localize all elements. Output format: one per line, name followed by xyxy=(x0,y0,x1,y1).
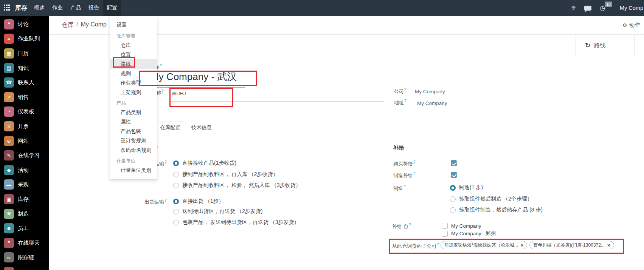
actions-button[interactable]: ⚙ 动作 xyxy=(622,22,644,29)
warehouse-name-input[interactable]: My Company - 武汉 xyxy=(151,70,237,83)
sidebar-item-invoicing[interactable]: $ 开票 xyxy=(0,119,49,134)
checkbox-icon xyxy=(442,223,448,229)
radio-icon xyxy=(173,172,179,177)
short-name-input[interactable]: WUHJ xyxy=(172,91,186,96)
subsidiaries-tags[interactable]: 前进麦味烘焙*海峡姐妹茶（哈乐城... × 百年川椒（光谷店)(门店-13003… xyxy=(441,241,614,249)
sidebar-item-dashboards[interactable]: ◔ 仪表板 xyxy=(0,105,49,119)
resupply-from-option-2[interactable]: My Company - 郑州 xyxy=(442,230,496,238)
topbar-menu-configuration[interactable]: 配置 xyxy=(103,0,121,16)
menu-section-warehouse-management: 仓库管理 xyxy=(110,31,157,40)
discuss-icon: ❝ xyxy=(4,19,14,29)
radio-option-manufacture-2[interactable]: 拣取组件然后制造 （2个步骤） xyxy=(450,195,532,203)
radio-selected-icon xyxy=(173,160,179,166)
menu-item-barcode-nomenclatures[interactable]: 条码命名规则 xyxy=(110,145,157,155)
help-icon: ? xyxy=(160,63,162,68)
resupply-from-option-1[interactable]: My Company xyxy=(442,222,481,230)
menu-item-operation-types[interactable]: 作业类型 xyxy=(110,78,157,88)
tab-warehouse-configuration[interactable]: 仓库配置 xyxy=(154,122,186,133)
messages-icon[interactable] xyxy=(584,6,591,11)
sidebar-item-elearning[interactable]: ✎ 在线学习 xyxy=(0,148,49,163)
tag-remove-icon[interactable]: × xyxy=(607,242,610,248)
sidebar-item-employees[interactable]: ☻ 员工 xyxy=(0,221,49,236)
sidebar-item-knowledge[interactable]: ▤ 知识 xyxy=(0,61,49,76)
checkbox-checked-icon xyxy=(451,172,457,178)
manufacture-resupply-checkbox[interactable] xyxy=(451,171,457,179)
radio-option-manufacture-1[interactable]: 制造(1 步) xyxy=(450,184,483,191)
app-sidebar: ❝ 讨论 ≡ 作业队列 ▦ 日历 ▤ 知识 ☎ 联系人 ↗ 销售 ◔ 仪表板 $… xyxy=(0,16,49,270)
sidebar-item-contacts[interactable]: ☎ 联系人 xyxy=(0,75,49,90)
menu-item-attributes[interactable]: 属性 xyxy=(110,117,157,127)
menu-item-warehouses[interactable]: 仓库 xyxy=(110,40,157,50)
radio-option-incoming-1[interactable]: 直接接收产品(1步收货) xyxy=(173,159,236,167)
help-icon: ? xyxy=(164,160,167,164)
breadcrumb-current: My Comp xyxy=(81,21,106,29)
checkbox-checked-icon xyxy=(451,160,457,166)
topbar-menu-operations[interactable]: 作业 xyxy=(48,0,67,16)
radio-option-outgoing-1[interactable]: 直接出货 （1步） xyxy=(173,197,224,205)
tag-remove-icon[interactable]: × xyxy=(521,242,524,248)
menu-item-reordering-rules[interactable]: 重订货规则 xyxy=(110,136,157,145)
sidebar-item-link-tracker[interactable]: ∞ 跟踪链 xyxy=(0,250,49,265)
buy-resupply-checkbox[interactable] xyxy=(451,159,457,167)
menu-item-uom-categories[interactable]: 计量单位类别 xyxy=(110,165,157,175)
topbar-menu-reporting[interactable]: 报告 xyxy=(85,0,103,16)
radio-label: 包装产品， 发送到待出货区，再送货 （3步发货） xyxy=(182,219,299,226)
sidebar-item-calendar[interactable]: ▦ 日历 xyxy=(0,46,49,61)
job-queue-icon: ≡ xyxy=(4,34,14,44)
help-icon: ? xyxy=(161,89,164,93)
menu-item-rules[interactable]: 规则 xyxy=(110,69,157,78)
menu-item-routes[interactable]: 路线 xyxy=(110,59,157,69)
radio-label: 接到产品到收料区， 再入库 （2步收货） xyxy=(182,171,278,178)
sidebar-item-events[interactable]: ◆ 活动 xyxy=(0,163,49,177)
tab-technical-information[interactable]: 技术信息 xyxy=(186,122,217,133)
radio-label: 拣取组件然后制造 （2个步骤） xyxy=(459,196,532,202)
radio-option-incoming-3[interactable]: 接收产品到收料区， 检验， 然后入库 （3步收货） xyxy=(173,182,301,189)
radio-option-incoming-2[interactable]: 接到产品到收料区， 再入库 （2步收货） xyxy=(173,171,278,178)
sidebar-item-purchase[interactable]: ▬ 采购 xyxy=(0,177,49,192)
employees-icon: ☻ xyxy=(4,223,14,233)
notebook-tabs: 仓库配置 技术信息 xyxy=(154,122,217,133)
sidebar-item-website[interactable]: ⊕ 网站 xyxy=(0,134,49,148)
sidebar-item-livechat[interactable]: ❞ 在线聊天 xyxy=(0,236,49,250)
help-icon: ? xyxy=(437,242,439,247)
help-icon: ? xyxy=(404,88,407,92)
activities-button[interactable]: ◷ 10 xyxy=(600,4,605,12)
radio-option-manufacture-3[interactable]: 拣取组件制造，然后储存产品 (3 步) xyxy=(450,206,543,214)
menu-item-product-categories[interactable]: 产品类别 xyxy=(110,108,157,117)
routes-smart-button[interactable]: ↻ 路线 xyxy=(576,35,635,56)
apps-grid-icon[interactable] xyxy=(4,5,11,11)
breadcrumb: 仓库 / My Comp xyxy=(49,21,107,29)
sidebar-item-manufacturing[interactable]: ⚒ 制造 xyxy=(0,207,49,221)
knowledge-icon: ▤ xyxy=(4,63,14,73)
menu-item-settings[interactable]: 设置 xyxy=(110,20,157,30)
menu-item-locations[interactable]: 位置 xyxy=(110,50,157,59)
sidebar-item-sales[interactable]: ↗ 销售 xyxy=(0,90,49,105)
sidebar-item-partial[interactable] xyxy=(0,265,49,270)
app-name[interactable]: 库存 xyxy=(14,0,30,16)
radio-option-outgoing-2[interactable]: 送到待出货区，再送货 （2步发货) xyxy=(173,208,262,215)
topbar-menu-products[interactable]: 产品 xyxy=(67,0,85,16)
refresh-icon: ↻ xyxy=(585,42,590,49)
menu-item-product-packagings[interactable]: 产品包装 xyxy=(110,127,157,136)
debug-bug-icon[interactable]: ❉ xyxy=(571,5,576,11)
partial-app-icon xyxy=(4,267,14,270)
topbar-menu-overview[interactable]: 概述 xyxy=(30,0,48,16)
dashboards-icon: ◔ xyxy=(4,106,14,117)
tag-label: 前进麦味烘焙*海峡姐妹茶（哈乐城... xyxy=(444,242,518,248)
address-value[interactable]: My Company xyxy=(417,100,447,106)
sidebar-item-inventory[interactable]: ▣ 库存 xyxy=(0,192,49,207)
company-label: 公司? xyxy=(394,88,407,95)
user-menu[interactable]: My Comp xyxy=(620,5,643,11)
company-value[interactable]: My Company xyxy=(415,89,445,94)
radio-icon xyxy=(450,207,456,213)
topbar: 库存 概述 作业 产品 报告 配置 ❉ ◷ 10 My Comp xyxy=(0,0,644,16)
inventory-icon: ▣ xyxy=(4,194,14,204)
activity-count-badge: 10 xyxy=(605,2,612,7)
radio-option-outgoing-3[interactable]: 包装产品， 发送到待出货区，再送货 （3步发货） xyxy=(173,219,299,226)
breadcrumb-warehouses-link[interactable]: 仓库 xyxy=(62,21,74,29)
subsidiary-tag: 前进麦味烘焙*海峡姐妹茶（哈乐城... × xyxy=(441,241,527,249)
sidebar-item-job-queue[interactable]: ≡ 作业队列 xyxy=(0,32,49,46)
sidebar-item-discuss[interactable]: ❝ 讨论 xyxy=(0,17,49,32)
short-name-underline xyxy=(171,101,384,102)
menu-item-putaway-rules[interactable]: 上架规则 xyxy=(110,88,157,97)
